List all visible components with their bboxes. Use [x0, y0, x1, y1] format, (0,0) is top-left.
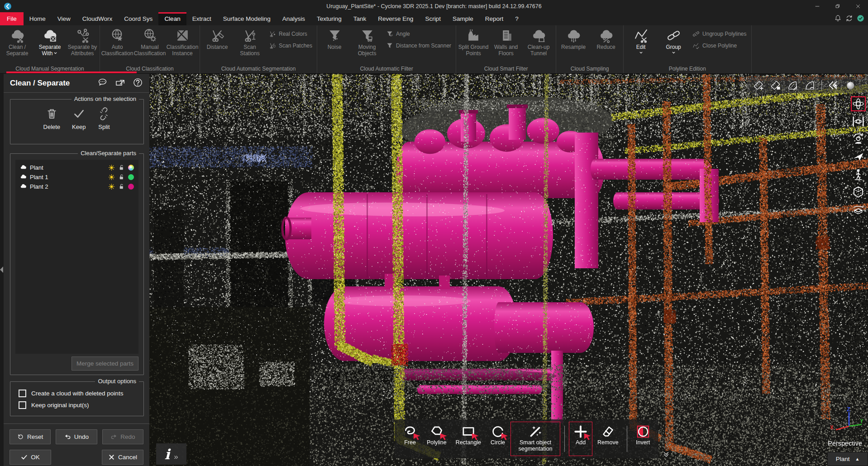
part-color-dot[interactable] — [128, 174, 134, 180]
menu-tab-report[interactable]: Report — [479, 12, 510, 25]
menu-tab-view[interactable]: View — [52, 12, 76, 25]
tool-free[interactable]: Free — [398, 422, 422, 456]
menu-tab-cloudworx[interactable]: CloudWorx — [76, 12, 119, 25]
menu-tab-coord-sys[interactable]: Coord Sys — [118, 12, 158, 25]
menu-tab-surface-modeling[interactable]: Surface Modeling — [217, 12, 277, 25]
sun-icon[interactable] — [108, 174, 115, 181]
ribbon-button-walls-and-floors[interactable]: Walls and Floors — [490, 26, 522, 57]
measure-add-icon[interactable] — [753, 80, 764, 91]
menu-tab-texturing[interactable]: Texturing — [311, 12, 348, 25]
ribbon-button-reduce[interactable]: Reduce — [590, 26, 622, 50]
plant-selector-button[interactable]: Plant ▲ — [827, 452, 868, 466]
tool-add[interactable]: Add — [569, 422, 592, 456]
ribbon-button-resample[interactable]: Resample — [557, 26, 590, 50]
keep-button[interactable]: Keep — [72, 107, 86, 130]
collapse-left-icon[interactable] — [0, 266, 3, 273]
ribbon-button-real-colors[interactable]: Real Colors — [269, 30, 307, 38]
bell-button[interactable] — [834, 14, 842, 24]
part-row-plant[interactable]: Plant — [18, 163, 136, 172]
undo-button[interactable]: Undo — [56, 429, 97, 444]
parts-list[interactable]: PlantPlant 1Plant 2 — [15, 160, 138, 354]
ribbon-button-manual-classification[interactable]: Manual Classification — [134, 26, 166, 57]
ribbon-button-angle[interactable]: Angle — [386, 30, 410, 38]
cancel-button[interactable]: Cancel — [102, 450, 143, 465]
ribbon-button-auto-classification[interactable]: Auto Classification — [101, 26, 134, 57]
menu-tab-extract[interactable]: Extract — [186, 12, 217, 25]
part-color-dot[interactable] — [128, 184, 134, 190]
sphere-tool-icon[interactable] — [845, 80, 856, 91]
part-color-dot[interactable] — [128, 165, 134, 171]
menu-tab-reverse-eng[interactable]: Reverse Eng — [372, 12, 419, 25]
protractor-line-icon[interactable] — [804, 80, 816, 91]
tool-smart-object-segmentation[interactable]: Smart object segmentation — [510, 422, 560, 456]
ribbon-button-close-polyline[interactable]: Close Polyline — [692, 42, 737, 49]
ribbon-button-edit[interactable]: Edit — [625, 26, 657, 56]
sun-icon[interactable] — [108, 183, 115, 190]
nav-orbit-button[interactable] — [851, 96, 866, 111]
ribbon-button-ungroup-polylines[interactable]: Ungroup Polylines — [692, 30, 746, 38]
ribbon-button-distance[interactable]: Distance — [201, 26, 234, 50]
ribbon-button-separate-with[interactable]: Separate With — [33, 26, 66, 57]
nav-turntable-button[interactable] — [851, 202, 866, 217]
ribbon-button-scan-patches[interactable]: Scan Patches — [269, 42, 312, 49]
checkbox[interactable] — [19, 401, 26, 409]
toolbar-expand-chevron-icon[interactable] — [662, 450, 670, 458]
tool-polyline[interactable]: Polyline — [423, 422, 451, 456]
window-close-button[interactable] — [848, 0, 868, 12]
lock-open-icon[interactable] — [118, 183, 125, 190]
redo-button[interactable]: Redo — [102, 429, 143, 444]
menu-tab-clean[interactable]: Clean — [158, 12, 186, 25]
nav-walk-button[interactable] — [851, 167, 866, 182]
lock-open-icon[interactable] — [118, 174, 125, 181]
window-restore-button[interactable] — [827, 0, 848, 12]
split-button[interactable]: Split — [97, 107, 110, 130]
ribbon-button-separate-by-attributes[interactable]: Separate by Attributes — [66, 26, 99, 57]
ribbon-button-split-ground-points[interactable]: Split Ground Points — [457, 26, 490, 57]
nav-examine-button[interactable] — [851, 132, 866, 147]
help-button[interactable] — [133, 77, 143, 89]
nav-view-cube-button[interactable] — [851, 185, 866, 200]
viewport-3d[interactable]: FreePolylineRectangleCircleSmart object … — [149, 74, 868, 466]
point-cloud-scene[interactable] — [149, 74, 868, 466]
checkbox[interactable] — [19, 390, 26, 397]
detach-button[interactable] — [115, 77, 125, 89]
reset-button[interactable]: Reset — [10, 429, 51, 444]
sync-button[interactable] — [845, 14, 853, 24]
menu-tab-script[interactable]: Script — [419, 12, 447, 25]
ribbon-button-distance-from-scanner[interactable]: Distance from Scanner — [386, 42, 451, 49]
part-row-plant-2[interactable]: Plant 2 — [18, 182, 136, 191]
protractor-pen-icon[interactable] — [787, 80, 798, 91]
menu-tab-analysis[interactable]: Analysis — [277, 12, 311, 25]
ribbon-button-clean-up-tunnel[interactable]: Clean-up Tunnel — [522, 26, 555, 57]
tool-rectangle[interactable]: Rectangle — [452, 422, 485, 456]
lock-open-icon[interactable] — [118, 164, 125, 171]
info-button[interactable]: i » — [156, 443, 186, 465]
app-icon[interactable] — [4, 2, 12, 10]
nav-orbit-constrained-button[interactable] — [851, 114, 866, 129]
menu-tab-tank[interactable]: Tank — [348, 12, 372, 25]
ribbon-button-moving-objects[interactable]: Moving Objects — [351, 26, 383, 57]
part-row-plant-1[interactable]: Plant 1 — [18, 172, 136, 182]
menu-tab-sample[interactable]: Sample — [447, 12, 479, 25]
delete-button[interactable]: Delete — [43, 107, 61, 130]
sun-icon[interactable] — [108, 164, 115, 171]
tool-circle[interactable]: Circle — [486, 422, 510, 456]
comment-button[interactable] — [97, 77, 108, 89]
measure-box-icon[interactable] — [770, 80, 781, 91]
ribbon-button-scan-stations[interactable]: Scan Stations — [234, 26, 266, 57]
panel-collapse-strip[interactable] — [0, 74, 4, 466]
menu-tab-file[interactable]: File — [0, 12, 24, 25]
ribbon-button-clean-separate[interactable]: Clean / Separate — [1, 26, 33, 57]
menu-tab-help[interactable]: ? — [509, 12, 525, 25]
menu-tab-home[interactable]: Home — [24, 12, 52, 25]
tool-remove[interactable]: Remove — [593, 422, 623, 456]
status-badge-button[interactable] — [857, 14, 864, 24]
merge-selected-parts-button[interactable]: Merge selected parts — [72, 357, 138, 371]
ribbon-button-classification-instance[interactable]: Classification Instance — [166, 26, 199, 57]
select-back-icon[interactable] — [828, 80, 839, 91]
ok-button[interactable]: OK — [10, 450, 51, 465]
window-minimize-button[interactable] — [807, 0, 827, 12]
tool-invert[interactable]: Invert — [631, 422, 655, 456]
nav-fly-button[interactable] — [851, 149, 866, 164]
ribbon-button-noise[interactable]: Noise — [318, 26, 351, 50]
